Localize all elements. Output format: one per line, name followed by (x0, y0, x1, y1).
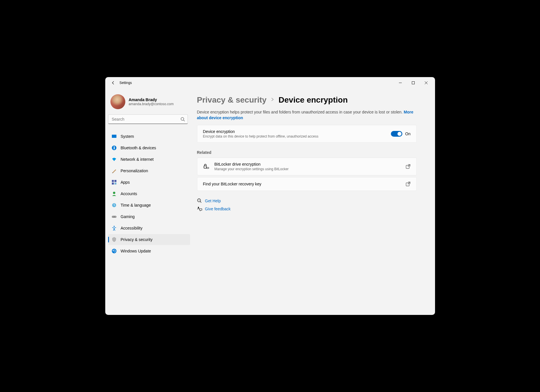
wifi-icon (112, 157, 117, 162)
footer-links: ? Get Help Give feedback (197, 198, 417, 211)
svg-rect-0 (412, 82, 415, 84)
bitlocker-card[interactable]: BitLocker drive encryption Manage your e… (197, 158, 417, 175)
chevron-right-icon (270, 97, 274, 103)
svg-rect-2 (112, 135, 116, 138)
svg-rect-6 (112, 183, 114, 185)
svg-rect-16 (207, 167, 209, 168)
lock-drive-icon (203, 163, 209, 170)
sidebar-item-apps[interactable]: Apps (108, 177, 190, 188)
sidebar-item-label: Apps (121, 180, 130, 185)
window-title: Settings (120, 81, 132, 85)
maximize-button[interactable] (407, 78, 420, 87)
close-button[interactable] (420, 78, 433, 87)
sidebar-item-label: Bluetooth & devices (121, 146, 156, 150)
svg-rect-10 (112, 216, 116, 218)
svg-rect-4 (112, 180, 114, 182)
related-heading: Related (197, 150, 417, 155)
encryption-toggle[interactable] (391, 131, 402, 137)
sidebar-item-label: Accessibility (121, 226, 143, 230)
minimize-button[interactable] (394, 78, 407, 87)
person-icon (112, 191, 117, 196)
sidebar-item-label: Network & internet (121, 157, 154, 162)
sidebar: Amanda Brady amanda.brady@contoso.com Sy… (105, 89, 191, 315)
sidebar-item-label: Personalization (121, 168, 148, 173)
card-title: BitLocker drive encryption (215, 162, 400, 166)
profile-email: amanda.brady@contoso.com (129, 102, 174, 106)
profile-name: Amanda Brady (129, 97, 174, 102)
feedback-icon (197, 206, 202, 211)
back-button[interactable] (110, 79, 117, 86)
accessibility-icon (112, 226, 117, 231)
minimize-icon (399, 81, 402, 84)
clock-globe-icon (112, 203, 117, 208)
avatar (110, 94, 125, 109)
monitor-icon (112, 134, 117, 139)
toggle-state-label: On (405, 132, 411, 136)
sidebar-item-label: Windows Update (121, 249, 151, 253)
external-link-icon (406, 164, 411, 169)
close-icon (425, 81, 428, 84)
sidebar-item-label: System (121, 134, 134, 139)
titlebar: Settings (105, 77, 435, 89)
sidebar-item-label: Time & language (121, 203, 151, 207)
svg-point-1 (181, 117, 184, 120)
update-icon (112, 248, 117, 254)
shield-icon (112, 237, 117, 242)
sidebar-item-accounts[interactable]: Accounts (108, 188, 190, 199)
svg-point-12 (115, 217, 116, 217)
svg-rect-5 (114, 180, 116, 182)
sidebar-item-accessibility[interactable]: Accessibility (108, 223, 190, 234)
profile-block[interactable]: Amanda Brady amanda.brady@contoso.com (108, 92, 190, 114)
svg-point-11 (113, 217, 113, 217)
card-subtitle: Manage your encryption settings using Bi… (215, 167, 400, 171)
sidebar-item-personalization[interactable]: Personalization (108, 165, 190, 176)
sidebar-item-windows-update[interactable]: Windows Update (108, 246, 190, 256)
search-box (108, 114, 188, 124)
search-icon (180, 117, 185, 121)
external-link-icon (406, 181, 411, 187)
apps-icon (112, 180, 117, 185)
card-title: Find your BitLocker recovery key (203, 182, 400, 186)
sidebar-item-label: Gaming (121, 214, 135, 219)
svg-point-8 (113, 192, 115, 194)
give-feedback-link[interactable]: Give feedback (197, 206, 417, 211)
arrow-left-icon (111, 81, 115, 85)
svg-text:?: ? (198, 199, 200, 201)
breadcrumb-section[interactable]: Privacy & security (197, 95, 267, 105)
nav: System Bluetooth & devices Network & int… (108, 131, 190, 256)
breadcrumb: Privacy & security Device encryption (197, 95, 417, 105)
device-encryption-card: Device encryption Encrypt data on this d… (197, 125, 417, 143)
sidebar-item-gaming[interactable]: Gaming (108, 211, 190, 222)
page-title: Device encryption (278, 95, 348, 105)
sidebar-item-network[interactable]: Network & internet (108, 154, 190, 165)
card-title: Device encryption (203, 129, 386, 134)
sidebar-item-time-language[interactable]: Time & language (108, 200, 190, 211)
sidebar-item-privacy-security[interactable]: Privacy & security (108, 234, 190, 245)
help-icon: ? (197, 198, 202, 203)
card-subtitle: Encrypt data on this device to help prot… (203, 134, 386, 138)
sidebar-item-bluetooth[interactable]: Bluetooth & devices (108, 142, 190, 153)
sidebar-item-label: Accounts (121, 191, 137, 196)
svg-point-14 (112, 249, 116, 253)
settings-window: Settings Amanda Brady amanda.brady@conto… (105, 77, 435, 315)
recovery-key-card[interactable]: Find your BitLocker recovery key (197, 177, 417, 191)
svg-point-13 (114, 226, 115, 227)
bluetooth-icon (112, 145, 117, 150)
page-description: Device encryption helps protect your fil… (197, 109, 417, 121)
get-help-link[interactable]: ? Get Help (197, 198, 417, 203)
svg-rect-7 (114, 183, 116, 185)
main-content: Privacy & security Device encryption Dev… (191, 89, 435, 315)
svg-point-21 (198, 207, 199, 208)
maximize-icon (412, 81, 415, 84)
search-input[interactable] (108, 114, 188, 124)
brush-icon (112, 168, 117, 173)
sidebar-item-system[interactable]: System (108, 131, 190, 142)
sidebar-item-label: Privacy & security (121, 237, 153, 242)
gamepad-icon (112, 214, 117, 219)
svg-rect-15 (204, 166, 206, 168)
svg-rect-22 (200, 209, 202, 210)
